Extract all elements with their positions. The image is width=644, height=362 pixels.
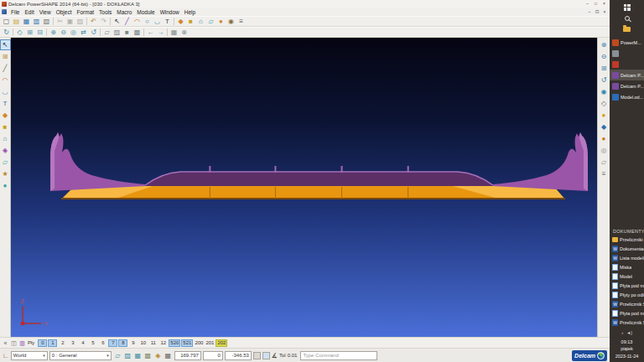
level-button[interactable]: 5: [88, 339, 97, 347]
taskbar-clock[interactable]: 09:13 piątek 2023-11-24: [610, 337, 644, 361]
zoom-out-icon[interactable]: ⊖: [600, 52, 609, 61]
menu-item[interactable]: Macro: [114, 9, 134, 15]
close-button[interactable]: ×: [600, 1, 608, 7]
tray-chevron-icon[interactable]: ‹: [621, 330, 623, 335]
surface-icon[interactable]: ◆: [176, 17, 185, 26]
assembly-tool-icon[interactable]: ◈: [1, 146, 10, 155]
menu-item[interactable]: View: [37, 9, 54, 15]
level-button[interactable]: 0: [38, 339, 47, 347]
level-button[interactable]: 10: [138, 339, 148, 347]
shade-transparent-icon[interactable]: ▩: [132, 28, 142, 37]
text-icon[interactable]: T: [163, 17, 172, 26]
snap-icon[interactable]: ⊗: [179, 28, 189, 37]
taskbar-app-powermill[interactable]: PowerM...: [610, 37, 644, 48]
taskbar-app-powershape[interactable]: Delcam P...: [610, 80, 644, 91]
level-selector[interactable]: 0 : General ▾: [49, 351, 112, 360]
toolbar-icon[interactable]: [46, 28, 47, 36]
line-tool-icon[interactable]: ╱: [1, 64, 10, 73]
zoom-out-icon[interactable]: ⊖: [59, 28, 68, 37]
level-button[interactable]: 201: [205, 339, 215, 347]
toolbar-icon[interactable]: [86, 18, 87, 25]
menu-item[interactable]: Tools: [96, 9, 114, 15]
document-item[interactable]: Przelicznik Sk...: [610, 300, 644, 309]
text-tool-icon[interactable]: T: [1, 99, 10, 108]
volume-icon[interactable]: ◄): [626, 330, 632, 335]
document-item[interactable]: Dokumentacja...: [610, 245, 644, 254]
level-button[interactable]: 6: [98, 339, 107, 347]
z-coordinate-field[interactable]: -346.53: [225, 351, 252, 360]
level-button[interactable]: 521: [181, 339, 193, 347]
viewport[interactable]: Z Y: [11, 38, 597, 337]
taskbar-app-model-doc[interactable]: Model.od...: [610, 91, 644, 102]
arrow-cube-icon[interactable]: ◈: [153, 351, 163, 360]
view-previous-icon[interactable]: ↺: [600, 75, 609, 85]
menu-item[interactable]: Help: [182, 9, 198, 15]
shading-cube-dynamic-icon[interactable]: ▩: [143, 351, 153, 360]
x-coordinate-field[interactable]: 169.797: [174, 351, 201, 360]
child-restore-button[interactable]: ⊡: [594, 9, 600, 14]
level-button[interactable]: 202: [216, 339, 227, 347]
toolbar-icon[interactable]: [53, 18, 54, 25]
minimize-button[interactable]: –: [584, 1, 591, 7]
toolbar-icon[interactable]: [13, 28, 13, 36]
undo-icon[interactable]: ↶: [89, 17, 98, 26]
options-icon[interactable]: ≡: [236, 17, 246, 26]
toolbar-icon[interactable]: [143, 28, 144, 36]
document-item[interactable]: Płyta pod mo...: [610, 309, 644, 318]
shading-ball-yellow-icon[interactable]: ●: [600, 111, 609, 120]
document-item[interactable]: Przeliczniki sk...: [610, 235, 644, 245]
shading-cube-shaded-icon[interactable]: ▦: [133, 351, 143, 360]
level-button[interactable]: 3: [68, 339, 77, 347]
y-coordinate-field[interactable]: 0: [203, 351, 223, 360]
document-item[interactable]: Model: [610, 272, 644, 282]
grid-toggle-icon[interactable]: ▦: [164, 351, 173, 360]
shaded-icon[interactable]: ●: [216, 17, 226, 26]
open-icon[interactable]: ▤: [12, 17, 21, 26]
level-button[interactable]: 4: [78, 339, 87, 347]
solid-icon[interactable]: ■: [186, 17, 195, 26]
model-right-wing[interactable]: [493, 132, 588, 191]
menu-item[interactable]: Object: [54, 9, 75, 15]
pan-icon[interactable]: ⇄: [79, 28, 88, 37]
cut-icon[interactable]: ✂: [55, 17, 65, 26]
menu-item[interactable]: File: [8, 9, 22, 15]
paste-icon[interactable]: ▨: [75, 17, 85, 26]
select-icon[interactable]: ↖: [112, 17, 122, 26]
taskbar-app-unlabeled[interactable]: [610, 48, 644, 59]
level-button[interactable]: 1: [48, 339, 57, 347]
start-button[interactable]: [610, 2, 644, 13]
grid-icon[interactable]: ▦: [169, 28, 179, 37]
level-button[interactable]: 8: [118, 339, 127, 347]
taskbar-app-red[interactable]: [610, 59, 644, 70]
search-button[interactable]: [610, 13, 644, 23]
document-item[interactable]: Przelicznik Sk...: [610, 318, 644, 328]
document-item[interactable]: Płyta pod mo...: [610, 282, 644, 291]
line-icon[interactable]: ╱: [122, 17, 132, 26]
level-button[interactable]: 7: [108, 339, 117, 347]
circle-icon[interactable]: ○: [143, 17, 152, 26]
document-item[interactable]: Miska: [610, 263, 644, 272]
document-item[interactable]: Płyty po odle...: [610, 291, 644, 300]
shading-ball-blue-icon[interactable]: ◆: [600, 122, 609, 132]
wizard-tool-icon[interactable]: ★: [1, 169, 10, 178]
view-top-icon[interactable]: ⊞: [25, 28, 34, 37]
delcam-brand-button[interactable]: Delcam: [572, 350, 607, 361]
previous-view-icon[interactable]: ←: [146, 28, 155, 37]
level-button[interactable]: 200: [194, 339, 204, 347]
menu-item[interactable]: Window: [158, 9, 182, 15]
curve-icon[interactable]: ◡: [153, 17, 162, 26]
coordinate-lock-button[interactable]: [262, 352, 270, 359]
coordinate-mode-button[interactable]: [253, 352, 261, 359]
feature-icon[interactable]: ⌂: [196, 17, 205, 26]
zoom-in-icon[interactable]: ⊕: [49, 28, 58, 37]
child-minimize-button[interactable]: –: [586, 9, 593, 14]
view-options-icon[interactable]: ≡: [600, 169, 609, 178]
tolerance-value[interactable]: 0.01: [288, 353, 298, 358]
level-button[interactable]: 2: [58, 339, 67, 347]
file-explorer-button[interactable]: [610, 23, 644, 34]
zoom-box-icon[interactable]: ⊞: [600, 64, 609, 73]
drafting-tool-icon[interactable]: ▱: [1, 158, 10, 167]
toolbar-icon[interactable]: [110, 18, 111, 25]
wireframe-icon[interactable]: ▱: [206, 17, 216, 26]
surface-tool-icon[interactable]: ◆: [1, 111, 10, 120]
